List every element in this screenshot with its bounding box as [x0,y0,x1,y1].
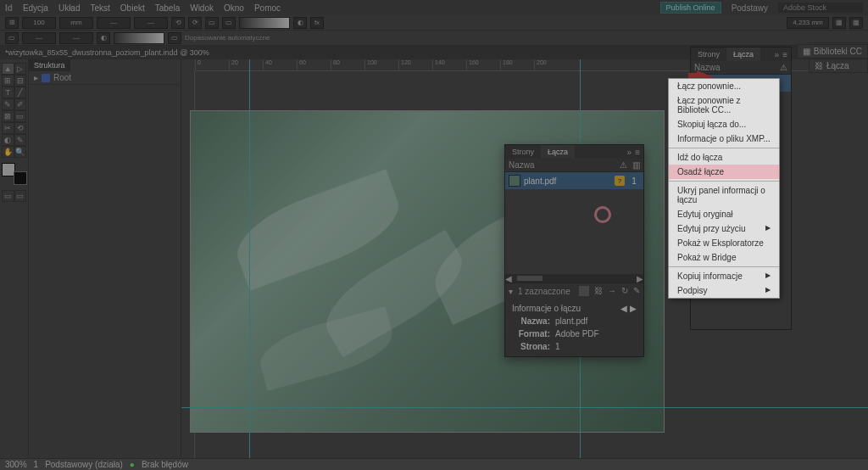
transform-tool[interactable]: ⟲ [14,122,27,134]
gap-tool[interactable]: ⊟ [14,75,27,87]
type-tool[interactable]: T [2,87,14,98]
anchor-icon[interactable]: ⊞ [5,17,19,29]
menu-edit[interactable]: Edycja [23,3,48,13]
page-nav[interactable]: 1 [34,460,39,469]
gradient-swatch[interactable] [239,17,290,29]
menu-window[interactable]: Okno [224,3,244,13]
tb2-a[interactable]: ▭ [5,32,19,44]
cm-copy-info[interactable]: Kopiuj informacje▶ [669,269,779,283]
dock-item-links[interactable]: ⛓ Łącza [809,59,868,73]
dock-item-cc-libs[interactable]: ▦ Biblioteki CC [797,44,868,59]
cm-relink[interactable]: Łącz ponownie... [669,79,779,93]
rect-frame-tool[interactable]: ⊠ [2,110,14,122]
small-tab-pages[interactable]: Strony [691,48,726,61]
preflight-errors[interactable]: Brak błędów [142,460,188,469]
menu-table[interactable]: Tabela [155,3,180,13]
tb2-c[interactable]: ▭ [168,32,181,44]
scroll-left-icon[interactable]: ◀ [505,274,512,283]
next-link-icon[interactable]: ▶ [630,304,637,313]
panel-menu-icon[interactable]: ≡ [635,148,640,157]
eyedropper-tool[interactable]: ✎ [14,134,27,146]
tb-btn-a[interactable]: ⟲ [171,17,185,29]
view-mode-1[interactable]: ▭ [2,190,14,202]
selection-tool[interactable]: ▲ [2,63,14,75]
structure-tab[interactable]: Struktura [29,59,70,71]
cm-reveal-bridge[interactable]: Pokaż w Bridge [669,250,779,265]
tb2-in1[interactable]: — [22,32,56,44]
w-input[interactable]: — [97,17,131,29]
menu-text[interactable]: Tekst [90,3,109,13]
pencil-tool[interactable]: ✐ [14,98,27,110]
stroke-weight[interactable]: 4,233 mm [787,17,829,29]
cm-xmp-info[interactable]: Informacje o pliku XMP... [669,131,779,146]
prev-link-icon[interactable]: ◀ [620,304,627,313]
tb-btn-g[interactable]: ▦ [832,17,846,29]
link-thumb-icon [509,175,520,187]
scroll-thumb[interactable] [517,276,542,281]
cm-hide-info-panel[interactable]: Ukryj panel informacji o łączu [669,183,779,207]
gradient-swatch-2[interactable] [114,32,164,44]
relink-icon[interactable]: ⛓ [594,286,603,296]
menu-object[interactable]: Obiekt [120,3,145,13]
gradient-tool[interactable]: ◐ [2,134,14,146]
cm-goto-link[interactable]: Idź do łącza [669,150,779,165]
scroll-right-icon[interactable]: ▶ [637,274,643,283]
cm-edit-with[interactable]: Edytuj przy użyciu▶ [669,221,779,236]
cm-edit-original[interactable]: Edytuj oryginał [669,207,779,221]
x-input[interactable]: 100 [22,17,56,29]
pen-tool[interactable]: ✎ [2,98,14,110]
menu-layout[interactable]: Układ [58,3,81,13]
menu-help[interactable]: Pomoc [254,3,281,13]
structure-root-row[interactable]: ▸ Root [29,71,181,85]
menu-view[interactable]: Widok [190,3,214,13]
info-page-label: Strona: [512,342,550,351]
tb-btn-h[interactable]: ▦ [849,17,863,29]
zoom-tool[interactable]: 🔍 [14,146,27,158]
document-tab[interactable]: *wizytowka_85x55_dwustronna_poziom_plant… [5,48,209,57]
tab-pages[interactable]: Strony [505,145,541,159]
cm-relink-cc[interactable]: Łącz ponownie z Bibliotek CC... [669,93,779,117]
zoom-level[interactable]: 300% [5,460,27,469]
tb-btn-e[interactable]: ◐ [293,17,307,29]
goto-link-icon[interactable]: → [608,286,616,296]
update-link-icon[interactable]: ↻ [621,286,628,296]
status-bar: 300% 1 Podstawowy (działa) ● Brak błędów [0,458,868,470]
link-row[interactable]: plant.pdf ? 1 [505,172,643,189]
tab-links[interactable]: Łącza [541,145,575,159]
workspace-selector[interactable]: Podstawy [726,3,773,13]
control-bar-1: ⊞ 100 mm — — ⟲ ⟳ ▭ ▭ ◐ fx 4,233 mm ▦ ▦ [0,15,868,31]
cm-embed-link[interactable]: Osadź łącze [669,165,779,179]
tb-btn-c[interactable]: ▭ [205,17,219,29]
cm-captions[interactable]: Podpisy▶ [669,283,779,298]
structure-panel: Struktura ▸ Root [29,59,181,458]
tb2-in2[interactable]: — [59,32,93,44]
panel-scrollbar[interactable]: ◀ ▶ [505,274,643,283]
tb-btn-b[interactable]: ⟳ [188,17,202,29]
publish-online-button[interactable]: Publish Online [660,2,721,14]
small-tab-links[interactable]: Łącza [726,48,760,61]
relink-cc-icon[interactable] [579,286,589,296]
direct-select-tool[interactable]: ▷ [14,63,27,75]
tb2-b[interactable]: ◐ [97,32,110,44]
line-tool[interactable]: ╱ [14,87,27,98]
rect-tool[interactable]: ▭ [14,110,27,122]
menu-bar: Id Edycja Układ Tekst Obiekt Tabela Wido… [0,0,868,15]
unit-1[interactable]: mm [59,17,93,29]
cm-reveal-explorer[interactable]: Pokaż w Eksploratorze [669,236,779,250]
edit-original-icon[interactable]: ✎ [633,286,640,296]
scissors-tool[interactable]: ✂ [2,122,14,134]
tb-btn-d[interactable]: ▭ [222,17,236,29]
disclosure-icon[interactable]: ▾ [509,287,513,296]
h-input[interactable]: — [134,17,168,29]
cm-copy-links-to[interactable]: Skopiuj łącza do... [669,117,779,131]
collapse-icon[interactable]: » [775,50,780,59]
hand-tool[interactable]: ✋ [2,146,14,158]
view-mode-2[interactable]: ▭ [14,190,27,202]
collapse-icon[interactable]: » [627,148,632,157]
panel-menu-icon[interactable]: ≡ [782,50,787,59]
fill-stroke-swatch[interactable] [2,163,27,185]
tb-btn-f[interactable]: fx [310,17,324,29]
page-tool[interactable]: ⊞ [2,75,14,87]
stock-search[interactable]: Adobe Stock [778,3,863,13]
preflight-profile[interactable]: Podstawowy (działa) [45,460,123,469]
